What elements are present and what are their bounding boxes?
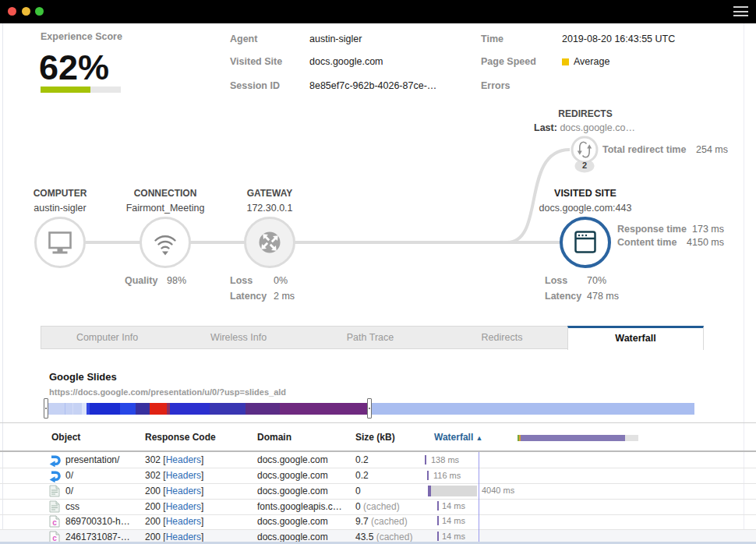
svg-text:c: c (52, 518, 57, 527)
